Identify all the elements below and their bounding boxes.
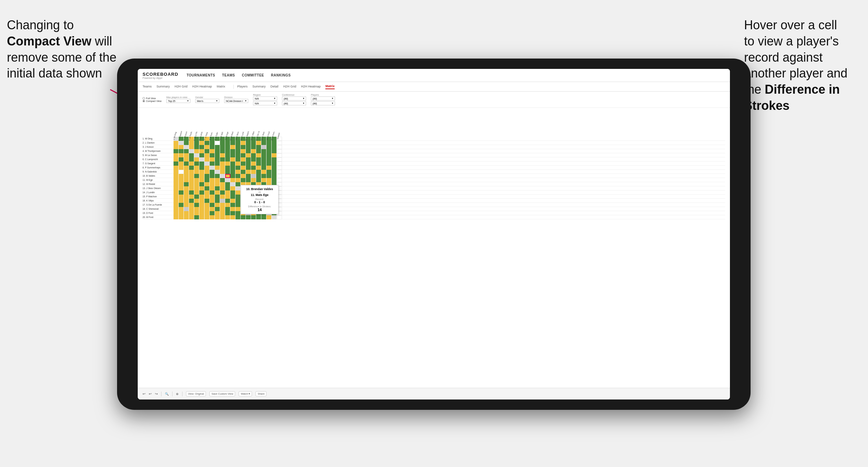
cell-12-9[interactable] — [220, 186, 225, 190]
cell-9-20[interactable] — [277, 174, 282, 178]
cell-2-10[interactable] — [225, 145, 230, 149]
cell-15-2[interactable] — [184, 199, 189, 203]
cell-1-4[interactable] — [194, 141, 199, 145]
cell-2-17[interactable] — [261, 145, 266, 149]
cell-5-18[interactable] — [266, 157, 272, 162]
cell-9-1[interactable] — [179, 174, 184, 178]
cell-2-19[interactable] — [272, 145, 277, 149]
gender-select[interactable]: Men's ▾ — [195, 99, 219, 103]
cell-4-10[interactable] — [225, 153, 230, 157]
cell-17-8[interactable] — [215, 207, 220, 211]
cell-3-3[interactable] — [189, 149, 194, 153]
cell-13-4[interactable] — [194, 190, 199, 195]
cell-8-9[interactable] — [220, 170, 225, 174]
cell-19-8[interactable] — [215, 215, 220, 219]
cell-19-15[interactable] — [251, 215, 256, 219]
cell-5-14[interactable] — [246, 157, 251, 162]
cell-14-1[interactable] — [179, 195, 184, 199]
cell-19-17[interactable] — [261, 215, 266, 219]
cell-3-15[interactable] — [251, 149, 256, 153]
cell-1-13[interactable] — [241, 141, 246, 145]
cell-4-18[interactable] — [266, 153, 272, 157]
cell-2-7[interactable] — [210, 145, 215, 149]
cell-19-19[interactable] — [272, 215, 277, 219]
save-custom-view-button[interactable]: Save Custom View — [209, 391, 235, 396]
division-select[interactable]: NCAA Division I ▾ — [224, 99, 248, 103]
cell-11-8[interactable] — [215, 182, 220, 186]
cell-1-16[interactable] — [256, 141, 261, 145]
cell-4-20[interactable] — [277, 153, 282, 157]
cell-7-1[interactable] — [179, 166, 184, 170]
cell-1-9[interactable] — [220, 141, 225, 145]
cell-5-9[interactable] — [220, 157, 225, 162]
cell-10-20[interactable] — [277, 178, 282, 182]
cell-7-20[interactable] — [277, 166, 282, 170]
cell-3-9[interactable] — [220, 149, 225, 153]
cell-11-2[interactable] — [184, 182, 189, 186]
cell-5-4[interactable] — [194, 157, 199, 162]
cell-18-3[interactable] — [189, 211, 194, 215]
cell-15-0[interactable] — [174, 199, 179, 203]
cell-9-17[interactable] — [261, 174, 266, 178]
cell-16-1[interactable] — [179, 203, 184, 207]
cell-8-18[interactable] — [266, 170, 272, 174]
cell-19-5[interactable] — [199, 215, 205, 219]
cell-2-14[interactable] — [246, 145, 251, 149]
cell-14-9[interactable] — [220, 195, 225, 199]
cell-8-12[interactable] — [236, 170, 241, 174]
subnav-h2h-grid2[interactable]: H2H Grid — [283, 85, 296, 89]
cell-18-5[interactable] — [199, 211, 205, 215]
cell-5-16[interactable] — [256, 157, 261, 162]
cell-6-16[interactable] — [256, 162, 261, 166]
cell-8-11[interactable] — [230, 170, 236, 174]
cell-15-3[interactable] — [189, 199, 194, 203]
cell-5-13[interactable] — [241, 157, 246, 162]
cell-13-8[interactable] — [215, 190, 220, 195]
cell-14-8[interactable] — [215, 195, 220, 199]
cell-6-20[interactable] — [277, 162, 282, 166]
cell-2-3[interactable] — [189, 145, 194, 149]
cell-8-1[interactable] — [179, 170, 184, 174]
cell-12-12[interactable] — [236, 186, 241, 190]
cell-1-18[interactable] — [266, 141, 272, 145]
cell-6-8[interactable] — [215, 162, 220, 166]
cell-7-7[interactable] — [210, 166, 215, 170]
players-select[interactable]: (All) ▾ — [311, 96, 335, 101]
subnav-matrix1[interactable]: Matrix — [217, 85, 226, 89]
cell-2-5[interactable] — [199, 145, 205, 149]
cell-15-10[interactable] — [225, 199, 230, 203]
cell-5-20[interactable] — [277, 157, 282, 162]
cell-15-9[interactable] — [220, 199, 225, 203]
cell-1-20[interactable] — [277, 141, 282, 145]
cell-16-5[interactable] — [199, 203, 205, 207]
cell-12-8[interactable] — [215, 186, 220, 190]
cell-4-19[interactable] — [272, 153, 277, 157]
cell-8-6[interactable] — [205, 170, 210, 174]
cell-7-13[interactable] — [241, 166, 246, 170]
cell-18-2[interactable] — [184, 211, 189, 215]
cell-16-9[interactable] — [220, 203, 225, 207]
share-button[interactable]: Share — [255, 391, 266, 396]
cell-3-10[interactable] — [225, 149, 230, 153]
cell-2-18[interactable] — [266, 145, 272, 149]
cell-9-10[interactable] — [225, 174, 230, 178]
cell-2-20[interactable] — [277, 145, 282, 149]
subnav-h2h-grid1[interactable]: H2H Grid — [175, 85, 188, 89]
cell-10-17[interactable] — [261, 178, 266, 182]
cell-12-2[interactable] — [184, 186, 189, 190]
subnav-summary2[interactable]: Summary — [252, 85, 266, 89]
cell-1-14[interactable] — [246, 141, 251, 145]
cell-15-5[interactable] — [199, 199, 205, 203]
cell-13-0[interactable] — [174, 190, 179, 195]
cell-14-3[interactable] — [189, 195, 194, 199]
cell-14-10[interactable] — [225, 195, 230, 199]
conference-select2[interactable]: (All) ▾ — [282, 101, 306, 105]
cell-1-15[interactable] — [251, 141, 256, 145]
toolbar-redo[interactable]: ↪ — [155, 392, 158, 396]
cell-7-18[interactable] — [266, 166, 272, 170]
cell-13-6[interactable] — [205, 190, 210, 195]
cell-8-5[interactable] — [199, 170, 205, 174]
cell-13-10[interactable] — [225, 190, 230, 195]
cell-10-2[interactable] — [184, 178, 189, 182]
cell-7-15[interactable] — [251, 166, 256, 170]
